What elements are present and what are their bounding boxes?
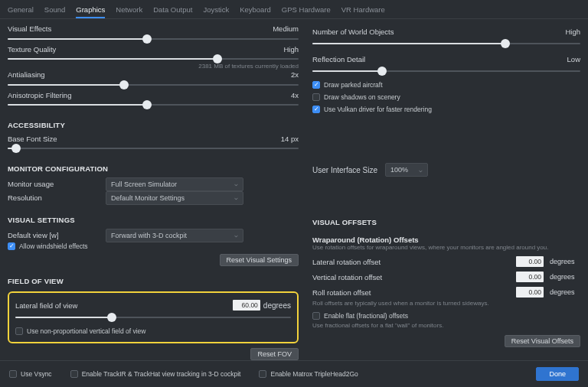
tab-vr-hardware[interactable]: VR Hardware: [341, 3, 385, 18]
vertical-offset-label: Vertical rotation offset: [312, 273, 510, 281]
anisotropic-label: Anisotropic Filtering: [8, 91, 268, 99]
enable-matrox-check[interactable]: Enable Matrox TripleHead2Go: [259, 368, 358, 380]
ui-size-select[interactable]: 100%⌵: [385, 163, 428, 177]
reset-visual-settings-button[interactable]: Reset Visual Settings: [220, 254, 299, 266]
texture-quality-value: High: [268, 45, 299, 54]
footer: Use Vsync Enable TrackIR & TrackHat view…: [0, 360, 588, 387]
base-font-value: 14 px: [268, 135, 299, 143]
use-vsync-label: Use Vsync: [21, 370, 52, 378]
nonprop-fov-label: Use non-proportional vertical field of v…: [27, 327, 145, 335]
enable-trackir-check[interactable]: Enable TrackIR & TrackHat view tracking …: [70, 368, 241, 380]
checkbox-icon: [312, 312, 320, 320]
settings-body: Visual EffectsMedium Texture QualityHigh…: [0, 19, 588, 360]
tab-sound[interactable]: Sound: [44, 3, 65, 18]
fov-highlight-box: Lateral field of view degrees Use non-pr…: [8, 291, 299, 343]
reflection-slider[interactable]: [312, 67, 580, 76]
tab-gps-hardware[interactable]: GPS Hardware: [282, 3, 331, 18]
tab-general[interactable]: General: [8, 3, 34, 18]
resolution-value: Default Monitor Settings: [111, 194, 185, 202]
anisotropic-value: 4x: [268, 91, 299, 99]
lateral-offset-input[interactable]: [516, 256, 544, 267]
allow-windshield-check[interactable]: ✓Allow windshield effects: [8, 242, 299, 251]
roll-offset-input[interactable]: [516, 287, 544, 298]
lateral-fov-label: Lateral field of view: [15, 301, 233, 310]
resolution-label: Resolution: [8, 194, 100, 202]
anisotropic-slider[interactable]: [8, 100, 299, 106]
use-vulkan-check[interactable]: ✓Use Vulkan driver for faster rendering: [312, 103, 580, 115]
checkbox-icon: [259, 370, 266, 378]
texture-quality-slider[interactable]: [8, 54, 299, 60]
reset-visual-offsets-button[interactable]: Reset Visual Offsets: [505, 335, 580, 347]
antialiasing-value: 2x: [268, 70, 299, 79]
roll-offset-unit: degrees: [550, 288, 580, 296]
draw-shadows-check[interactable]: Draw shadows on scenery: [312, 91, 580, 103]
flat-offsets-check[interactable]: Enable flat (fractional) offsets: [312, 310, 580, 322]
chevron-down-icon: ⌵: [234, 232, 238, 239]
texture-note: 2381 MB of textures currently loaded: [8, 63, 299, 70]
world-objects-value: High: [550, 28, 580, 36]
lateral-fov-slider[interactable]: [15, 313, 291, 322]
allow-windshield-label: Allow windshield effects: [19, 242, 88, 250]
reset-fov-button[interactable]: Reset FOV: [250, 348, 299, 360]
monitor-usage-select[interactable]: Full Screen Simulator⌵: [106, 177, 243, 191]
checkbox-icon: [9, 370, 17, 378]
checkbox-icon: ✓: [8, 242, 15, 250]
wraparound-head: Wraparound (Rotation) Offsets: [312, 236, 580, 244]
checkbox-icon: ✓: [312, 106, 320, 113]
tab-data-output[interactable]: Data Output: [153, 3, 192, 18]
checkbox-icon: [70, 370, 78, 378]
monitor-usage-label: Monitor usage: [8, 180, 100, 188]
left-column: Visual EffectsMedium Texture QualityHigh…: [8, 24, 299, 360]
tab-network[interactable]: Network: [116, 3, 142, 18]
done-button[interactable]: Done: [536, 367, 579, 381]
resolution-select[interactable]: Default Monitor Settings⌵: [106, 191, 243, 205]
visual-offsets-head: VISUAL OFFSETS: [312, 218, 580, 226]
draw-shadows-label: Draw shadows on scenery: [324, 93, 400, 101]
nonprop-fov-check[interactable]: Use non-proportional vertical field of v…: [15, 325, 291, 337]
monitor-usage-value: Full Screen Simulator: [111, 180, 177, 188]
checkbox-icon: [15, 327, 23, 335]
roll-desc: Roll offsets are typically used when a m…: [312, 300, 580, 307]
monitor-config-head: MONITOR CONFIGURATION: [8, 164, 299, 173]
vertical-offset-input[interactable]: [516, 272, 544, 282]
reflection-label: Reflection Detail: [312, 55, 550, 63]
use-vulkan-label: Use Vulkan driver for faster rendering: [324, 106, 432, 113]
checkbox-icon: ✓: [312, 81, 320, 89]
base-font-label: Base Font Size: [8, 135, 268, 143]
lateral-fov-input[interactable]: [233, 300, 260, 311]
ui-size-value: 100%: [390, 166, 408, 174]
roll-offset-label: Roll rotation offset: [312, 288, 510, 297]
chevron-down-icon: ⌵: [234, 180, 238, 187]
draw-parked-label: Draw parked aircraft: [324, 81, 383, 89]
world-objects-label: Number of World Objects: [312, 28, 550, 36]
texture-quality-label: Texture Quality: [8, 45, 268, 54]
chevron-down-icon: ⌵: [419, 167, 423, 174]
flat-desc: Use fractional offsets for a flat "wall"…: [312, 322, 580, 329]
vertical-offset-unit: degrees: [550, 273, 580, 281]
enable-matrox-label: Enable Matrox TripleHead2Go: [270, 370, 358, 378]
use-vsync-check[interactable]: Use Vsync: [9, 368, 52, 380]
visual-effects-label: Visual Effects: [8, 24, 268, 33]
default-view-label: Default view [w]: [8, 231, 100, 239]
chevron-down-icon: ⌵: [234, 194, 238, 201]
default-view-select[interactable]: Forward with 3-D cockpit⌵: [106, 229, 243, 242]
base-font-slider[interactable]: [8, 144, 299, 150]
tab-keyboard[interactable]: Keyboard: [240, 3, 271, 18]
antialiasing-slider[interactable]: [8, 80, 299, 86]
fov-head: FIELD OF VIEW: [8, 277, 299, 285]
lateral-offset-unit: degrees: [550, 258, 580, 265]
lateral-offset-label: Lateral rotation offset: [312, 258, 510, 266]
tab-graphics[interactable]: Graphics: [76, 3, 105, 18]
draw-parked-check[interactable]: ✓Draw parked aircraft: [312, 79, 580, 91]
world-objects-slider[interactable]: [312, 39, 580, 48]
lateral-fov-unit: degrees: [263, 301, 291, 310]
antialiasing-label: Antialiasing: [8, 70, 268, 79]
checkbox-icon: [312, 93, 320, 101]
visual-effects-value: Medium: [268, 24, 299, 33]
enable-trackir-label: Enable TrackIR & TrackHat view tracking …: [82, 370, 241, 378]
visual-effects-slider[interactable]: [8, 34, 299, 41]
ui-size-label: User Interface Size: [312, 166, 377, 174]
visual-settings-head: VISUAL SETTINGS: [8, 216, 299, 224]
right-column: Number of World ObjectsHigh Reflection D…: [312, 24, 580, 360]
tab-joystick[interactable]: Joystick: [203, 3, 229, 18]
